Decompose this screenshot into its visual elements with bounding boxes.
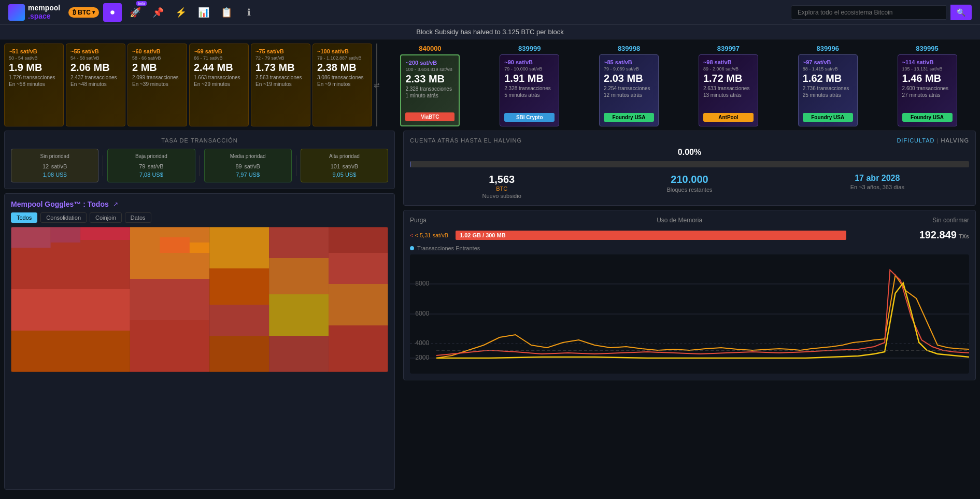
- memory-bar: 1.02 GB / 300 MB: [456, 231, 846, 240]
- goggles-tab[interactable]: Coinjoin: [90, 212, 122, 223]
- pending-block[interactable]: ~55 sat/vB 54 - 58 sat/vB 2.06 MB 2.437 …: [66, 44, 125, 126]
- blocks-section: ~51 sat/vB 50 - 54 sat/vB 1.9 MB 1.726 t…: [0, 39, 980, 126]
- confirmed-block-col[interactable]: 839995 ~114 sat/vB 105 - 13.131 sat/vB 1…: [878, 44, 976, 126]
- svg-rect-23: [190, 243, 209, 253]
- block-number: 839996: [817, 44, 839, 54]
- halving-stat-subsidy: 1,563 BTC Nuevo subsidio: [410, 174, 593, 199]
- pending-block[interactable]: ~75 sat/vB 72 - 79 sat/vB 1.73 MB 2.563 …: [251, 44, 310, 126]
- svg-rect-9: [209, 268, 269, 305]
- pending-block[interactable]: ~69 sat/vB 66 - 71 sat/vB 2.44 MB 1.663 …: [189, 44, 249, 126]
- halving-progress-fill: [410, 161, 410, 167]
- block-fee-range: 72 - 79 sat/vB: [255, 55, 306, 61]
- confirmed-block[interactable]: ~200 sat/vB 100 - 3.604.819 sat/vB 2.33 …: [400, 54, 460, 126]
- block-txs: 1.726 transacciones: [9, 75, 59, 80]
- block-size: 1.73 MB: [255, 62, 306, 74]
- nav-info-icon[interactable]: ℹ: [240, 3, 259, 22]
- block-fee-rate: ~60 sat/vB: [132, 48, 182, 54]
- confirmed-block[interactable]: ~90 sat/vB 79 - 10.000 sat/vB 1.91 MB 2.…: [500, 54, 559, 126]
- block-fee-range: 50 - 54 sat/vB: [9, 55, 59, 61]
- pending-block[interactable]: ~51 sat/vB 50 - 54 sat/vB 1.9 MB 1.726 t…: [4, 44, 64, 126]
- logo-icon: [8, 4, 25, 21]
- confirmed-block[interactable]: ~98 sat/vB 89 - 2.006 sat/vB 1.72 MB 2.6…: [699, 54, 758, 126]
- svg-rect-18: [329, 325, 388, 372]
- confirmed-block[interactable]: ~114 sat/vB 105 - 13.131 sat/vB 1.46 MB …: [898, 54, 957, 126]
- confirmed-block[interactable]: ~85 sat/vB 79 - 9.069 sat/vB 2.03 MB 2.2…: [599, 54, 659, 126]
- svg-rect-22: [160, 237, 189, 253]
- block-txs: 2.633 transacciones: [703, 85, 754, 91]
- block-miner: Foundry USA: [803, 113, 853, 122]
- block-miner: Foundry USA: [902, 113, 953, 122]
- fee-tier-med[interactable]: Media prioridad 89 sat/vB 7,97 US$: [204, 149, 292, 182]
- svg-rect-10: [269, 258, 329, 294]
- block-fee-range: 79 - 10.000 sat/vB: [504, 66, 555, 72]
- mempool-row: < < 5,31 sat/vB 1.02 GB / 300 MB 192.849…: [410, 229, 969, 241]
- block-fee-rate: ~98 sat/vB: [703, 59, 754, 65]
- confirmed-block-col[interactable]: 839998 ~85 sat/vB 79 - 9.069 sat/vB 2.03…: [580, 44, 678, 126]
- goggles-tab[interactable]: Datos: [125, 212, 151, 223]
- halving-stats: 1,563 BTC Nuevo subsidio 210.000 Bloques…: [410, 174, 969, 199]
- search-input[interactable]: [791, 5, 946, 20]
- search-button[interactable]: 🔍: [950, 5, 972, 20]
- logo-text: mempool .space: [28, 4, 60, 20]
- block-txs: 3.086 transacciones: [317, 75, 367, 80]
- nav-docs-icon[interactable]: 📋: [217, 3, 236, 22]
- btc-selector[interactable]: ₿ BTC ▾: [68, 7, 99, 18]
- block-txs: 2.328 transacciones: [405, 86, 455, 92]
- nav-beta-icon[interactable]: 🚀: [126, 3, 145, 22]
- header: mempool .space ₿ BTC ▾ 🚀 beta 📌 ⚡ 📊 📋 ℹ …: [0, 0, 980, 25]
- svg-rect-15: [269, 294, 329, 336]
- nav-chart-icon[interactable]: 📊: [194, 3, 213, 22]
- fee-tier-low[interactable]: Baja prioridad 79 sat/vB 7,08 US$: [107, 149, 195, 182]
- pending-block-col[interactable]: ~69 sat/vB 66 - 71 sat/vB 2.44 MB 1.663 …: [189, 44, 249, 126]
- block-fee-rate: ~200 sat/vB: [405, 60, 455, 66]
- block-fee-rate: ~90 sat/vB: [504, 59, 555, 65]
- fee-tier-high[interactable]: Alta prioridad 101 sat/vB 9,05 US$: [301, 149, 388, 182]
- goggles-tab[interactable]: Consolidation: [40, 212, 87, 223]
- confirmed-block-col[interactable]: 839996 ~97 sat/vB 88 - 1.415 sat/vB 1.62…: [779, 44, 876, 126]
- svg-text:8000: 8000: [415, 280, 429, 287]
- svg-rect-7: [329, 227, 388, 253]
- pending-block-col[interactable]: ~55 sat/vB 54 - 58 sat/vB 2.06 MB 2.437 …: [66, 44, 125, 126]
- block-fee-rate: ~100 sat/vB: [317, 48, 367, 54]
- treemap: [11, 227, 388, 372]
- logo[interactable]: mempool .space: [8, 4, 60, 21]
- block-size: 2.38 MB: [317, 62, 367, 74]
- block-size: 2.03 MB: [604, 73, 654, 84]
- block-txs: 2.437 transacciones: [70, 75, 121, 80]
- svg-text:2000: 2000: [415, 354, 429, 361]
- divider-arrows: ⇄: [374, 81, 380, 89]
- confirmed-block-col[interactable]: 839999 ~90 sat/vB 79 - 10.000 sat/vB 1.9…: [481, 44, 578, 126]
- pending-blocks: ~51 sat/vB 50 - 54 sat/vB 1.9 MB 1.726 t…: [4, 44, 372, 126]
- block-fee-range: 88 - 1.415 sat/vB: [803, 66, 853, 72]
- block-time: 25 minutos atrás: [803, 92, 853, 98]
- block-miner: ViaBTC: [405, 112, 455, 121]
- block-eta: En ~9 minutos: [317, 81, 367, 87]
- block-eta: En ~58 minutos: [9, 81, 59, 87]
- fee-tier-no-priority[interactable]: Sin prioridad 12 sat/vB 1,08 US$: [11, 149, 98, 182]
- goggles-link[interactable]: ↗: [113, 201, 118, 208]
- med-priority-sat: 89 sat/vB: [209, 161, 287, 170]
- nav-tools-icon[interactable]: 📌: [149, 3, 167, 22]
- halving-progress-bar: [410, 161, 969, 167]
- pending-block-col[interactable]: ~100 sat/vB 79 - 1.102.887 sat/vB 2.38 M…: [313, 44, 372, 126]
- halving-title: CUENTA ATRÁS HASTA EL HALVING dificultad…: [410, 137, 969, 144]
- nav-dashboard-icon[interactable]: [103, 3, 122, 22]
- confirmed-block-col[interactable]: 840000 ~200 sat/vB 100 - 3.604.819 sat/v…: [381, 44, 479, 126]
- goggles-tab[interactable]: Todos: [11, 212, 37, 223]
- block-txs: 2.736 transacciones: [803, 85, 853, 91]
- block-time: 5 minutos atrás: [504, 92, 555, 98]
- block-miner: Foundry USA: [604, 113, 654, 122]
- pending-block[interactable]: ~100 sat/vB 79 - 1.102.887 sat/vB 2.38 M…: [313, 44, 372, 126]
- pending-block[interactable]: ~60 sat/vB 58 - 66 sat/vB 2 MB 2.099 tra…: [127, 44, 187, 126]
- tx-count: 192.849 TXs: [919, 229, 969, 241]
- halving-percent: 0.00%: [410, 148, 969, 157]
- block-fee-rate: ~51 sat/vB: [9, 48, 59, 54]
- svg-rect-17: [329, 284, 388, 325]
- confirmed-block-col[interactable]: 839997 ~98 sat/vB 89 - 2.006 sat/vB 1.72…: [679, 44, 777, 126]
- pending-block-col[interactable]: ~60 sat/vB 58 - 66 sat/vB 2 MB 2.099 tra…: [127, 44, 187, 126]
- pending-block-col[interactable]: ~75 sat/vB 72 - 79 sat/vB 1.73 MB 2.563 …: [251, 44, 310, 126]
- pending-block-col[interactable]: ~51 sat/vB 50 - 54 sat/vB 1.9 MB 1.726 t…: [4, 44, 64, 126]
- nav-lightning-icon[interactable]: ⚡: [172, 3, 190, 22]
- confirmed-block[interactable]: ~97 sat/vB 88 - 1.415 sat/vB 1.62 MB 2.7…: [798, 54, 858, 126]
- halving-stat-date: 17 abr 2028 En ~3 años, 363 días: [786, 174, 969, 199]
